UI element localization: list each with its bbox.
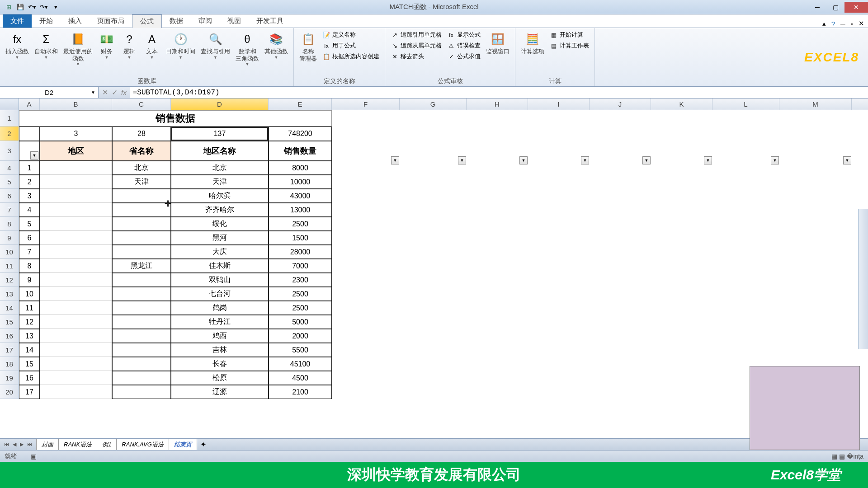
cell-D2-active[interactable]: 137 (171, 127, 269, 141)
ribbon-btn[interactable]: 🕐日期和时间▼ (164, 30, 197, 61)
cell[interactable]: 13 (19, 329, 40, 343)
cell[interactable]: 45100 (269, 357, 332, 371)
cell[interactable] (40, 343, 112, 357)
row-header-5[interactable]: 5 (0, 175, 19, 189)
cell[interactable] (112, 245, 171, 259)
cell[interactable]: 吉林 (171, 343, 269, 357)
cell-B2[interactable]: 3 (40, 127, 112, 141)
cell[interactable]: 14 (19, 343, 40, 357)
cell[interactable]: 17 (19, 385, 40, 399)
cell[interactable]: 3 (19, 189, 40, 203)
cell[interactable] (112, 273, 171, 287)
sheet-tab[interactable]: RANK.AVG语法 (116, 439, 169, 450)
help-icon[interactable]: ? (831, 20, 835, 28)
cell[interactable] (40, 329, 112, 343)
cell[interactable]: 5500 (269, 343, 332, 357)
row-header-15[interactable]: 15 (0, 315, 19, 329)
row-header-17[interactable]: 17 (0, 343, 19, 357)
ribbon-small-btn[interactable]: ✕移去箭头 (389, 52, 443, 61)
col-header-K[interactable]: K (651, 99, 712, 110)
cell[interactable]: 七台河 (171, 287, 269, 301)
tab-审阅[interactable]: 审阅 (191, 14, 220, 28)
cell[interactable]: 43000 (269, 189, 332, 203)
header-area-name[interactable]: 地区名称 (171, 141, 269, 161)
ribbon-btn[interactable]: 📚其他函数▼ (263, 30, 290, 61)
cell[interactable]: 2500 (269, 287, 332, 301)
filter-button[interactable]: ▼ (843, 156, 851, 164)
ribbon-minimize-icon[interactable]: ▴ (822, 19, 826, 28)
sheet-tab[interactable]: 例1 (97, 439, 117, 450)
cell[interactable]: 5000 (269, 315, 332, 329)
row-header-3[interactable]: 3 (0, 141, 19, 161)
col-header-L[interactable]: L (712, 99, 779, 110)
cell[interactable]: 双鸭山 (171, 273, 269, 287)
header-region[interactable]: 地区 (40, 141, 112, 161)
save-icon[interactable]: 💾 (15, 2, 25, 12)
cell[interactable] (112, 329, 171, 343)
cell[interactable]: 6 (19, 231, 40, 245)
cell[interactable]: 5 (19, 217, 40, 231)
cell[interactable]: 16 (19, 371, 40, 385)
cell[interactable] (40, 189, 112, 203)
cell[interactable] (40, 175, 112, 189)
fx-icon[interactable]: fx (121, 89, 127, 96)
col-header-M[interactable]: M (779, 99, 852, 110)
ribbon-btn[interactable]: Σ自动求和▼ (33, 30, 60, 61)
close-button[interactable]: ✕ (844, 2, 868, 13)
row-header-19[interactable]: 19 (0, 371, 19, 385)
cell[interactable] (112, 217, 171, 231)
row-header-9[interactable]: 9 (0, 231, 19, 245)
cell[interactable] (112, 287, 171, 301)
cell[interactable]: 1500 (269, 231, 332, 245)
cell[interactable]: 黑河 (171, 231, 269, 245)
cell[interactable] (40, 245, 112, 259)
cell[interactable] (40, 273, 112, 287)
cell[interactable] (40, 259, 112, 273)
title-cell[interactable]: 销售数据 (19, 110, 332, 127)
cell[interactable]: 天津 (112, 175, 171, 189)
sheet-tab[interactable]: RANK语法 (58, 439, 97, 450)
col-header-D[interactable]: D (171, 99, 269, 110)
cell[interactable] (112, 385, 171, 399)
col-header-A[interactable]: A (19, 99, 40, 110)
cell[interactable] (40, 385, 112, 399)
new-sheet-icon[interactable]: ✦ (197, 440, 210, 449)
cell[interactable]: 15 (19, 357, 40, 371)
cell[interactable]: 鸡西 (171, 329, 269, 343)
cell[interactable]: 4 (19, 203, 40, 217)
tab-公式[interactable]: 公式 (132, 14, 162, 28)
cell[interactable]: 天津 (171, 175, 269, 189)
col-header-F[interactable]: F (332, 99, 400, 110)
ribbon-btn[interactable]: A文本▼ (142, 30, 162, 61)
row-header-2[interactable]: 2 (0, 127, 19, 141)
ribbon-small-btn[interactable]: ↗追踪引用单元格 (389, 30, 443, 40)
normal-view-icon[interactable]: ▦ (831, 453, 837, 460)
window-close-icon[interactable]: ✕ (859, 19, 864, 28)
minimize-button[interactable]: ─ (808, 2, 826, 13)
cell[interactable]: 北京 (112, 161, 171, 175)
cell[interactable]: 辽源 (171, 385, 269, 399)
ribbon-small-btn[interactable]: ▤计算工作表 (548, 41, 591, 51)
ribbon-small-btn[interactable]: ⚠错误检查 (445, 41, 482, 51)
redo-icon[interactable]: ↷▾ (39, 2, 49, 12)
cell[interactable]: 2500 (269, 217, 332, 231)
cell[interactable]: 12 (19, 315, 40, 329)
header-sales[interactable]: 销售数量 (269, 141, 332, 161)
ribbon-btn[interactable]: 🔍查找与引用▼ (199, 30, 232, 61)
col-header-I[interactable]: I (528, 99, 590, 110)
vertical-scrollbar[interactable] (858, 209, 868, 349)
cell[interactable] (40, 217, 112, 231)
cell[interactable] (40, 357, 112, 371)
cell[interactable] (40, 231, 112, 245)
formula-bar[interactable]: =SUBTOTAL(3,D4:D197) (130, 87, 868, 98)
cell[interactable] (112, 343, 171, 357)
cell-A2[interactable] (19, 127, 40, 141)
ribbon-small-btn[interactable]: fx用于公式 (321, 41, 381, 51)
cell[interactable]: 2500 (269, 301, 332, 315)
row-header-20[interactable]: 20 (0, 385, 19, 399)
cell[interactable]: 2 (19, 175, 40, 189)
filter-button[interactable]: ▼ (30, 151, 38, 160)
cell[interactable]: 1 (19, 161, 40, 175)
calc-options-button[interactable]: 🧮 计算选项 (519, 30, 546, 56)
cell[interactable] (112, 203, 171, 217)
